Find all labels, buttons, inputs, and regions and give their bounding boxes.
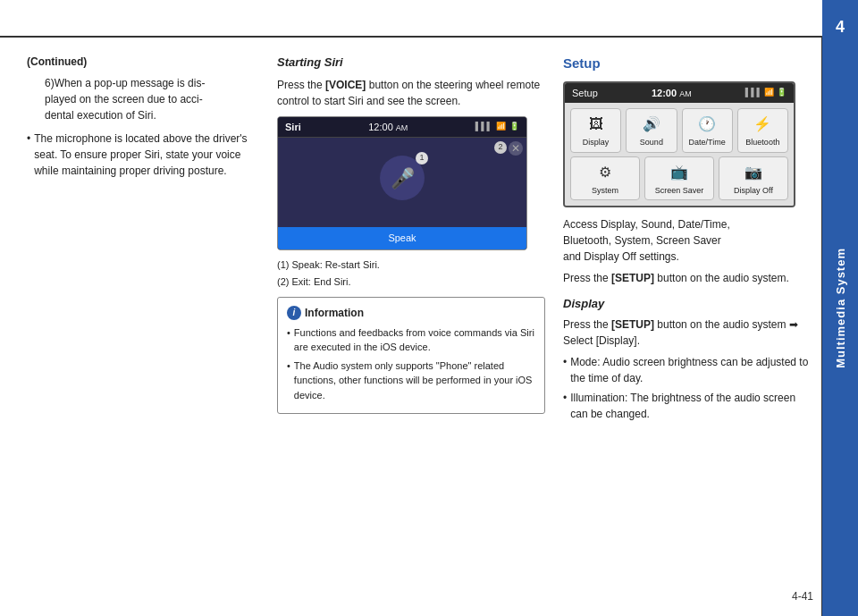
left-column: (Continued) 6)When a pop-up message is d… — [27, 54, 259, 598]
main-content: (Continued) 6)When a pop-up message is d… — [0, 36, 822, 616]
setup-screen-mock: Setup 12:00 AM ▌▌▌ 📶 🔋 🖼 Display 🔊 Sound… — [563, 81, 795, 208]
sound-label: Sound — [640, 137, 663, 149]
setup-bottom-row: ⚙ System 📺 Screen Saver 📷 Display Off — [570, 156, 788, 201]
setup-grid-top: 🖼 Display 🔊 Sound 🕐 Date/Time ⚡ Bluetoot… — [565, 103, 794, 155]
setup-top-row: 🖼 Display 🔊 Sound 🕐 Date/Time ⚡ Bluetoot… — [570, 108, 788, 153]
display-bullet-text-1: Mode: Audio screen brightness can be adj… — [570, 354, 813, 386]
info-bullet-2: • The Audio system only supports "Phone"… — [287, 359, 535, 403]
continued-label: (Continued) — [27, 54, 259, 70]
right-column: Setup Setup 12:00 AM ▌▌▌ 📶 🔋 🖼 Display 🔊… — [563, 54, 813, 598]
setup-displayoff-item: 📷 Display Off — [719, 156, 788, 201]
system-icon: ⚙ — [599, 162, 611, 183]
caption-2: (2) Exit: End Siri. — [277, 274, 545, 290]
info-bullet-text-2: The Audio system only supports "Phone" r… — [294, 359, 535, 403]
siri-screen-body: ✕ 🎤 1 2 — [278, 138, 526, 227]
item6-text: 6)When a pop-up message is dis-played on… — [45, 77, 205, 122]
setup-header-label: Setup — [572, 86, 598, 101]
item-6: 6)When a pop-up message is dis-played on… — [27, 75, 259, 123]
info-icon: i — [287, 306, 301, 320]
info-bullet-symbol-2: • — [287, 359, 290, 403]
caption-1: (1) Speak: Re-start Siri. — [277, 257, 545, 273]
display-press-text: Press the [SETUP] button on the audio sy… — [563, 316, 813, 349]
setup-desc: Access Display, Sound, Date/Time,Bluetoo… — [563, 216, 813, 265]
siri-time: 12:00 AM — [368, 120, 408, 135]
datetime-label: Date/Time — [689, 137, 726, 149]
screensaver-icon: 📺 — [670, 162, 688, 183]
display-bullet-text-2: Illumination: The brightness of the audi… — [570, 390, 813, 422]
setup-press-text: Press the [SETUP] button on the audio sy… — [563, 270, 813, 286]
bullet-symbol: • — [27, 131, 30, 179]
voice-button-ref: [VOICE] — [325, 79, 366, 91]
signal-icon: ▌▌▌ — [475, 121, 492, 133]
chapter-sidebar: 4 Multimedia System — [822, 0, 858, 616]
setup-header-icons: ▌▌▌ 📶 🔋 — [745, 87, 786, 99]
display-bullet-sym-1: • — [563, 354, 567, 386]
wifi-icon: 📶 — [496, 121, 506, 133]
display-label: Display — [583, 137, 610, 149]
badge-2: 2 — [494, 141, 507, 154]
sound-icon: 🔊 — [643, 114, 660, 135]
setup-grid-bottom: ⚙ System 📺 Screen Saver 📷 Display Off — [565, 155, 794, 207]
chapter-number: 4 — [822, 18, 858, 37]
setup-display-item: 🖼 Display — [570, 108, 621, 153]
info-bullet-text-1: Functions and feedbacks from voice comma… — [294, 325, 535, 355]
close-icon: ✕ — [509, 141, 523, 156]
mic-container: 🎤 1 — [380, 156, 425, 200]
siri-app-name: Siri — [285, 120, 301, 135]
badge-2-container: 2 — [494, 141, 507, 154]
mic-icon: 🎤 — [391, 164, 415, 193]
system-label: System — [592, 185, 618, 198]
bullet-item-1: • The microphone is located above the dr… — [27, 131, 259, 179]
siri-status-icons: ▌▌▌ 📶 🔋 — [475, 121, 519, 133]
info-bullet-symbol-1: • — [287, 325, 290, 355]
siri-screen-header: Siri 12:00 AM ▌▌▌ 📶 🔋 — [278, 117, 526, 139]
info-title-text: Information — [305, 305, 364, 321]
display-bullet-1: • Mode: Audio screen brightness can be a… — [563, 354, 813, 386]
displayoff-icon: 📷 — [744, 162, 762, 183]
setup-datetime-item: 🕐 Date/Time — [682, 108, 733, 153]
display-icon: 🖼 — [589, 114, 603, 135]
clock-icon: 🕐 — [698, 114, 716, 135]
bluetooth-icon: ⚡ — [753, 114, 771, 135]
middle-column: Starting Siri Press the [VOICE] button o… — [277, 54, 545, 598]
display-subsection-title: Display — [563, 295, 813, 313]
setup-button-ref: [SETUP] — [611, 272, 654, 284]
siri-speak-label: Speak — [278, 227, 526, 249]
setup-screensaver-item: 📺 Screen Saver — [644, 156, 714, 201]
info-box-title: i Information — [287, 305, 535, 321]
info-bullet-1: • Functions and feedbacks from voice com… — [287, 325, 535, 355]
display-bullet-sym-2: • — [563, 390, 567, 422]
setup-bluetooth-item: ⚡ Bluetooth — [737, 108, 788, 153]
info-box: i Information • Functions and feedbacks … — [277, 297, 545, 415]
setup-system-item: ⚙ System — [570, 156, 640, 201]
page-number: 4-41 — [792, 590, 813, 603]
display-setup-button-ref: [SETUP] — [611, 318, 654, 331]
siri-screen-mock: Siri 12:00 AM ▌▌▌ 📶 🔋 ✕ 🎤 1 — [277, 116, 527, 250]
starting-siri-text: Press the [VOICE] button on the steering… — [277, 77, 545, 109]
chapter-title: Multimedia System — [834, 248, 847, 368]
setup-screen-header: Setup 12:00 AM ▌▌▌ 📶 🔋 — [565, 83, 794, 104]
bluetooth-label: Bluetooth — [745, 137, 779, 149]
bullet-text-1: The microphone is located above the driv… — [34, 131, 259, 179]
display-bullet-2: • Illumination: The brightness of the au… — [563, 390, 813, 422]
setup-header-time: 12:00 AM — [652, 86, 692, 101]
setup-sound-item: 🔊 Sound — [626, 108, 677, 153]
badge-1: 1 — [416, 152, 428, 165]
setup-title: Setup — [563, 54, 813, 74]
screensaver-label: Screen Saver — [655, 185, 704, 198]
battery-icon: 🔋 — [509, 121, 519, 133]
starting-siri-title: Starting Siri — [277, 54, 545, 72]
displayoff-label: Display Off — [734, 185, 773, 198]
